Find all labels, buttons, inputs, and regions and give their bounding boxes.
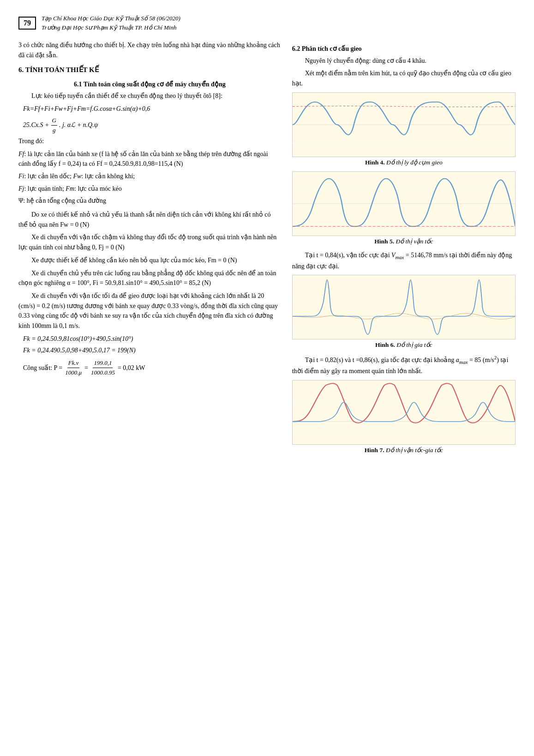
two-col-layout: 3 có chức năng điều hướng cho thiết bị. …	[18, 40, 516, 742]
cong-suat-result: = 0,02 kW	[118, 363, 145, 373]
figure7-svg	[293, 381, 515, 444]
para-fm-zero: Xe được thiết kế để không cần kéo nên bỏ…	[18, 255, 281, 266]
header: 79 Tạp Chí Khoa Học Giáo Dục Kỹ Thuật Số…	[18, 14, 516, 32]
cong-suat-eq: =	[84, 363, 88, 373]
fj-text: : lực quán tính;	[24, 185, 66, 192]
fm-text: : lực của móc kéo	[74, 185, 122, 192]
fw-label: Fw	[73, 173, 81, 180]
formula-fraction: G g	[51, 116, 57, 135]
header-text: Tạp Chí Khoa Học Giáo Dục Kỹ Thuật Số 58…	[42, 14, 180, 32]
intro-para: 3 có chức năng điều hướng cho thiết bị. …	[18, 40, 281, 60]
formula1: Fk=Ff+Fi+Fw+Fj+Fm=f.G.cosα+G.sin(α)+0,6	[23, 104, 281, 114]
figure4-graph	[292, 92, 516, 157]
para-fj-zero: Xe di chuyển với vận tốc chậm và không t…	[18, 232, 281, 252]
ff-text: : là lực cản lăn của bánh xe (f là hệ số…	[18, 151, 268, 168]
formula2: 25.Cx.S + G g . j. αℒ + n.Q.ψ	[23, 116, 281, 135]
svg-rect-12	[293, 381, 515, 444]
section6-title: 6. TÍNH TOÁN THIẾT KẾ	[18, 65, 281, 75]
ff-label: Ff	[18, 151, 24, 157]
ff-para: Ff: là lực cản lăn của bánh xe (f là hệ …	[18, 149, 281, 169]
fk2-formula: Fk = 0,24.490.5,0,98+490,5.0,17 = 199(N)	[23, 345, 281, 356]
right-column: 6.2 Phân tích cơ cấu gieo Nguyên lý chuy…	[292, 40, 516, 742]
formula2-prefix: 25.Cx.S +	[23, 120, 49, 130]
fig5-para: Tại t = 0,84(s), vận tốc cực đại Vmax = …	[292, 250, 516, 272]
fig4-caption: Hình 4. Hình 4. Đồ thị ly độ cụm gieoĐồ …	[292, 158, 516, 168]
page: 79 Tạp Chí Khoa Học Giáo Dục Kỹ Thuật Số…	[0, 0, 534, 756]
fj-fm-para: Fj: lực quán tính; Fm: lực của móc kéo	[18, 184, 281, 194]
header-line2: Trường Đại Học Sư Phạm Kỹ Thuật TP. Hồ C…	[42, 23, 180, 32]
cong-suat-label: Công suất: P =	[23, 363, 62, 373]
figure6-svg	[293, 275, 515, 339]
page-number: 79	[18, 17, 36, 30]
figure4-svg	[293, 93, 515, 157]
right-para2: Xét một điểm nằm trên kim hút, ta có quỹ…	[292, 68, 516, 88]
para-velocity: Xe di chuyển với vận tốc tối đa để gieo …	[18, 291, 281, 331]
left-column: 3 có chức năng điều hướng cho thiết bị. …	[18, 40, 281, 742]
section6-1-title: 6.1 Tính toán công suất động cơ để máy c…	[18, 79, 281, 90]
formula2-suffix: . j. αℒ + n.Q.ψ	[59, 120, 98, 130]
fk1-formula: Fk = 0,24.50.9,81cos(10°)+490,5.sin(10°)	[23, 334, 281, 344]
cong-suat-frac2: 199.0,1 1000.0.95	[90, 358, 116, 377]
para-luc-keo: Lực kéo tiếp tuyến cần thiết để xe chuyể…	[18, 91, 281, 101]
fi-text: : lực cản lên dốc;	[24, 173, 73, 180]
figure6-graph	[292, 275, 516, 339]
header-line1: Tạp Chí Khoa Học Giáo Dục Kỹ Thuật Số 58…	[42, 14, 180, 23]
figure7-graph	[292, 380, 516, 445]
fig6-caption: Hình 6. Đồ thị gia tốc	[292, 340, 516, 350]
cong-suat-row: Công suất: P = Fk.v 1000.μ = 199.0,1 100…	[23, 358, 281, 377]
figure5-svg	[293, 172, 515, 236]
fi-fw-para: Fi: lực cản lên dốc; Fw: lực cản không k…	[18, 171, 281, 181]
fig6-para: Tại t = 0,82(s) và t =0,86(s), gia tốc đ…	[292, 354, 516, 376]
fig5-caption: Hình 5. Đồ thị vận tốc	[292, 237, 516, 247]
para-fw-zero: Do xe có thiết kế nhỏ và chủ yếu là than…	[18, 210, 281, 230]
fig7-caption: Hình 7. Đồ thị vận tốc-gia tốc	[292, 446, 516, 455]
fm-label: Fm	[66, 185, 74, 192]
trong-do: Trong đó:	[18, 136, 281, 146]
para-angle: Xe di chuyển chủ yếu trên các luống rau …	[18, 268, 281, 288]
cong-suat-frac1: Fk.v 1000.μ	[64, 358, 83, 377]
fj-label: Fj	[18, 185, 24, 192]
fw-text: : lực cản không khí;	[81, 173, 135, 180]
fi-label: Fi	[18, 173, 24, 180]
psi-para: Ψ: hệ cản tổng cộng của đường	[18, 196, 281, 206]
right-para1: Nguyên lý chuyển động: dùng cơ cấu 4 khâ…	[292, 56, 516, 66]
figure5-graph	[292, 171, 516, 236]
section6-2-title: 6.2 Phân tích cơ cấu gieo	[292, 44, 516, 54]
